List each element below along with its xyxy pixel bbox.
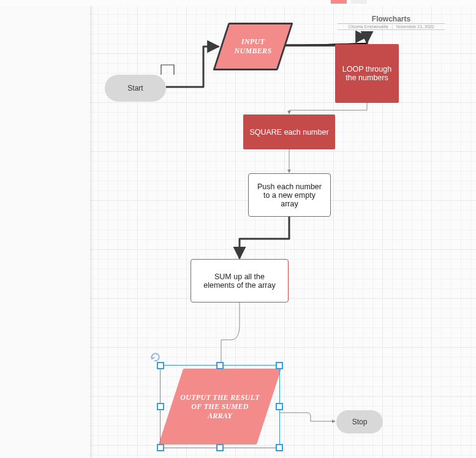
node-loop[interactable]: LOOP through the numbers <box>335 44 399 103</box>
node-output-label: OUTPUT THE RESULT OF THE SUMED ARRAY <box>171 393 269 421</box>
app-viewport: Flowcharts Chioma Emmanuella | November … <box>0 0 476 458</box>
node-start-label: Start <box>127 84 143 92</box>
node-loop-label: LOOP through the numbers <box>341 65 393 82</box>
diagram-canvas[interactable]: Flowcharts Chioma Emmanuella | November … <box>90 6 476 458</box>
node-input[interactable]: INPUT NUMBERS <box>221 23 285 70</box>
resize-handle-sw[interactable] <box>157 444 164 451</box>
connectors-layer <box>90 6 476 458</box>
node-sum[interactable]: SUM up all the elements of the array <box>191 259 289 302</box>
node-square-label: SQUARE each number <box>249 128 328 137</box>
doc-title: Flowcharts <box>338 15 445 23</box>
node-sum-label: SUM up all the elements of the array <box>198 272 281 290</box>
color-swatch-hatch[interactable] <box>351 0 367 4</box>
node-start[interactable]: Start <box>105 75 166 102</box>
doc-author: Chioma Emmanuella <box>348 24 388 29</box>
resize-handle-ne[interactable] <box>276 362 283 369</box>
resize-handle-w[interactable] <box>157 403 164 410</box>
side-panel <box>0 6 91 458</box>
doc-byline: Chioma Emmanuella | November 21, 2022 <box>338 23 445 30</box>
canvas-left-shadow <box>90 6 94 458</box>
node-push[interactable]: Push each number to a new empty array <box>248 173 331 217</box>
node-square[interactable]: SQUARE each number <box>243 114 335 149</box>
node-stop-label: Stop <box>352 418 368 426</box>
doc-date: November 21, 2022 <box>396 24 434 29</box>
resize-handle-s[interactable] <box>216 444 224 451</box>
color-swatch-salmon[interactable] <box>331 0 347 4</box>
node-stop[interactable]: Stop <box>336 410 383 434</box>
resize-handle-se[interactable] <box>276 444 283 451</box>
resize-handle-n[interactable] <box>216 362 224 369</box>
node-push-label: Push each number to a new empty array <box>256 182 323 208</box>
byline-separator: | <box>391 24 393 29</box>
doc-title-block: Flowcharts Chioma Emmanuella | November … <box>338 15 445 30</box>
rotate-handle[interactable] <box>149 351 162 363</box>
node-input-label: INPUT NUMBERS <box>221 37 285 56</box>
resize-handle-e[interactable] <box>276 403 283 410</box>
